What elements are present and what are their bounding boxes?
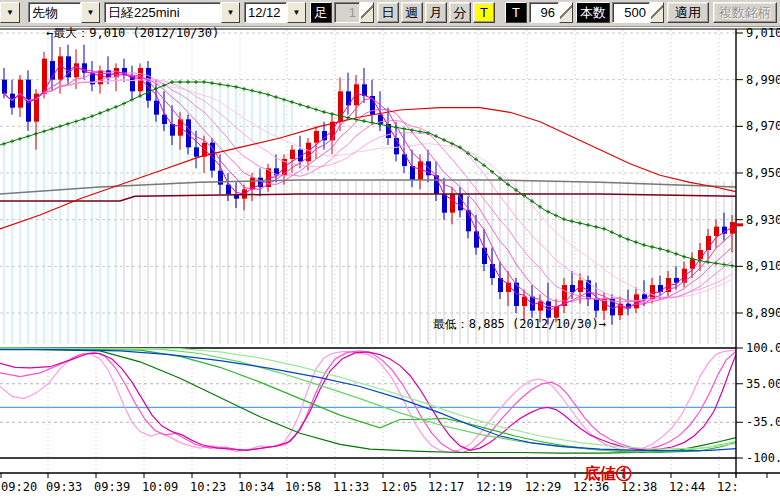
time-axis-label: 09:20 — [1, 480, 37, 494]
price-axis-label: 8,910 — [746, 259, 780, 273]
time-axis-label: 10:58 — [285, 480, 321, 494]
price-axis-label: 8,890 — [746, 306, 780, 320]
time-axis-label: 09:39 — [94, 480, 130, 494]
trading-app-window: { "toolbar": { "stub_arrow": "▼", "combo… — [0, 0, 780, 500]
time-axis-label: 12:19 — [476, 480, 512, 494]
time-axis-label: 12: — [717, 480, 739, 494]
rci-green-2 — [0, 348, 736, 453]
time-axis-label: 12:29 — [525, 480, 561, 494]
axes — [0, 29, 780, 478]
last-price-tick — [733, 223, 743, 226]
time-axis-label: 10:34 — [238, 480, 274, 494]
oscillator-axis-label: 100.00 — [746, 341, 780, 355]
price-axis-label: 8,990 — [746, 73, 780, 87]
rci-light-green — [0, 348, 736, 449]
time-axis-label: 10:09 — [142, 480, 178, 494]
chart-canvas: 9,0108,9908,9708,9508,9308,9108,890100.0… — [0, 0, 780, 500]
time-axis-label: 12:36 — [573, 480, 609, 494]
rci-blue — [0, 350, 736, 451]
time-axis-label: 12:38 — [621, 480, 657, 494]
time-axis-label: 12:05 — [381, 480, 417, 494]
rci-green-3 — [0, 348, 736, 451]
time-axis-label: 11:33 — [333, 480, 369, 494]
oscillator-axis-label: -35.00 — [746, 415, 780, 429]
price-axis-label: 9,010 — [746, 26, 780, 40]
price-axis-label: 8,930 — [746, 213, 780, 227]
bottom-value-annotation: 底値① — [583, 464, 632, 482]
min-price-annotation: 最低：8,885 (2012/10/30)→ — [433, 317, 606, 331]
time-axis-label: 12:17 — [428, 480, 464, 494]
price-axis-label: 8,950 — [746, 166, 780, 180]
price-axis-label: 8,970 — [746, 119, 780, 133]
oscillator-axis-label: -100.00 — [746, 451, 780, 465]
green-ma — [0, 80, 736, 268]
time-axis-label: 10:23 — [190, 480, 226, 494]
time-axis-label: 12:44 — [669, 480, 705, 494]
oscillator-axis-label: 35.00 — [746, 377, 780, 391]
candlesticks — [2, 33, 735, 325]
time-axis-label: 09:33 — [46, 480, 82, 494]
max-price-annotation: ←最大：9,010 (2012/10/30) — [46, 26, 219, 40]
oscillator-panel — [0, 348, 736, 458]
